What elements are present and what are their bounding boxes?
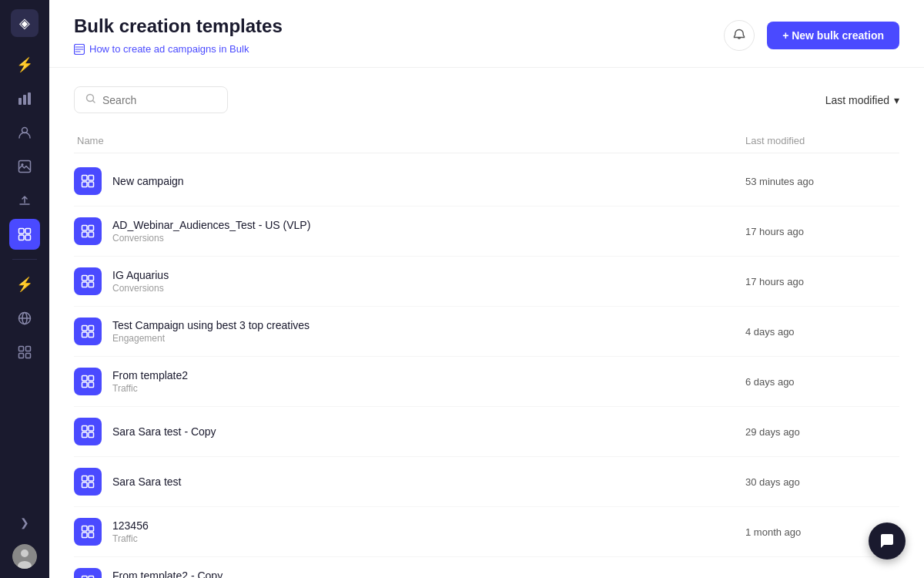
table-row[interactable]: IG Aquarius Conversions 17 hours ago <box>74 257 899 307</box>
row-info: Sara Sara test - Copy <box>112 425 745 438</box>
table-row[interactable]: New campaign 53 minutes ago <box>74 156 899 207</box>
help-link-text: How to create ad campaigns in Bulk <box>89 43 249 55</box>
sidebar-item-globe[interactable] <box>9 303 40 334</box>
svg-rect-27 <box>82 232 88 237</box>
sidebar-item-lightning2[interactable]: ⚡ <box>9 269 40 300</box>
svg-rect-45 <box>82 476 88 482</box>
svg-rect-49 <box>82 526 88 532</box>
table-row[interactable]: Sara Sara test 30 days ago <box>74 457 899 507</box>
user-avatar[interactable] <box>12 544 37 569</box>
sidebar-item-creative[interactable] <box>9 151 40 182</box>
row-info: IG Aquarius Conversions <box>112 269 745 294</box>
row-icon <box>74 468 102 496</box>
app-logo[interactable]: ◈ <box>11 9 38 37</box>
row-icon <box>74 518 102 546</box>
notification-button[interactable] <box>724 20 755 51</box>
row-info: AD_Webinar_Audiences_Test - US (VLP) Con… <box>112 219 745 244</box>
new-bulk-button[interactable]: + New bulk creation <box>767 22 899 49</box>
row-name: Sara Sara test <box>112 476 745 488</box>
page-header: Bulk creation templates How to create ad… <box>49 0 924 68</box>
row-sub: Engagement <box>112 333 745 344</box>
chat-button[interactable] <box>869 523 906 560</box>
svg-rect-26 <box>89 226 94 231</box>
svg-rect-1 <box>23 95 26 105</box>
row-info: From template2 - Copy Reach <box>112 570 745 578</box>
sidebar-item-apps[interactable] <box>9 337 40 368</box>
svg-rect-37 <box>82 376 88 381</box>
row-name: IG Aquarius <box>112 269 745 281</box>
row-info: From template2 Traffic <box>112 369 745 394</box>
sidebar-item-chart[interactable] <box>9 83 40 114</box>
help-link[interactable]: How to create ad campaigns in Bulk <box>74 43 283 55</box>
sidebar-divider <box>12 259 37 260</box>
row-info: New campaign <box>112 175 745 187</box>
svg-rect-44 <box>89 432 94 438</box>
svg-rect-43 <box>82 432 88 438</box>
row-modified-time: 17 hours ago <box>745 276 899 287</box>
row-icon <box>74 318 102 345</box>
row-name: Test Campaign using best 3 top creatives <box>112 319 745 331</box>
row-modified-time: 29 days ago <box>745 426 899 438</box>
svg-rect-35 <box>82 332 88 338</box>
row-icon <box>74 167 102 195</box>
search-box[interactable] <box>74 86 228 113</box>
row-info: Sara Sara test <box>112 476 745 488</box>
search-icon <box>85 93 96 106</box>
svg-rect-28 <box>89 232 94 237</box>
row-name: From template2 <box>112 369 745 381</box>
svg-rect-41 <box>82 426 88 432</box>
svg-rect-14 <box>19 354 24 358</box>
svg-rect-23 <box>82 182 88 187</box>
row-modified-time: 6 days ago <box>745 376 899 388</box>
table-row[interactable]: 123456 Traffic 1 month ago <box>74 507 899 557</box>
col-modified-header: Last modified <box>745 135 899 146</box>
svg-rect-0 <box>18 98 22 105</box>
row-modified-time: 17 hours ago <box>745 226 899 237</box>
row-sub: Conversions <box>112 233 745 244</box>
page-title: Bulk creation templates <box>74 15 283 37</box>
svg-rect-8 <box>19 235 25 240</box>
toolbar: Last modified ▾ <box>74 86 899 113</box>
svg-rect-13 <box>26 347 31 351</box>
row-info: Test Campaign using best 3 top creatives… <box>112 319 745 344</box>
sidebar-item-bulk[interactable] <box>9 219 40 250</box>
sidebar-bottom: ❯ <box>9 507 40 569</box>
svg-rect-21 <box>82 176 88 181</box>
row-sub: Traffic <box>112 383 745 394</box>
svg-rect-48 <box>89 482 94 488</box>
table-row[interactable]: From template2 Traffic 6 days ago <box>74 357 899 407</box>
svg-rect-42 <box>89 426 94 432</box>
table-row[interactable]: Sara Sara test - Copy 29 days ago <box>74 407 899 457</box>
svg-rect-25 <box>82 226 88 231</box>
row-modified-time: 53 minutes ago <box>745 176 899 187</box>
sidebar-item-lightning[interactable]: ⚡ <box>9 49 40 80</box>
row-info: 123456 Traffic <box>112 519 745 544</box>
sidebar-item-upload[interactable] <box>9 185 40 216</box>
row-icon <box>74 568 102 578</box>
table-row[interactable]: AD_Webinar_Audiences_Test - US (VLP) Con… <box>74 207 899 257</box>
svg-rect-29 <box>82 276 88 281</box>
svg-rect-34 <box>89 326 94 331</box>
row-icon <box>74 267 102 295</box>
row-name: New campaign <box>112 175 745 187</box>
row-icon <box>74 418 102 445</box>
row-name: From template2 - Copy <box>112 570 745 578</box>
table-row[interactable]: From template2 - Copy Reach 2 months ago <box>74 557 899 578</box>
search-input[interactable] <box>102 94 210 106</box>
header-left: Bulk creation templates How to create ad… <box>74 15 283 55</box>
main-content: Bulk creation templates How to create ad… <box>49 0 924 578</box>
sidebar-collapse-btn[interactable]: ❯ <box>9 507 40 538</box>
row-name: 123456 <box>112 519 745 532</box>
row-name: Sara Sara test - Copy <box>112 425 745 438</box>
svg-rect-24 <box>89 182 94 187</box>
sidebar: ◈ ⚡ ⚡ ❯ <box>0 0 49 578</box>
content-area: Last modified ▾ Name Last modified New c… <box>49 68 924 578</box>
table-row[interactable]: Test Campaign using best 3 top creatives… <box>74 307 899 357</box>
svg-rect-36 <box>89 332 94 338</box>
sidebar-item-audience[interactable] <box>9 117 40 148</box>
sort-label: Last modified <box>825 94 889 106</box>
svg-rect-33 <box>82 326 88 331</box>
table-body: New campaign 53 minutes ago AD_Webinar_A… <box>74 156 899 578</box>
row-modified-time: 30 days ago <box>745 476 899 488</box>
sort-button[interactable]: Last modified ▾ <box>825 94 899 106</box>
